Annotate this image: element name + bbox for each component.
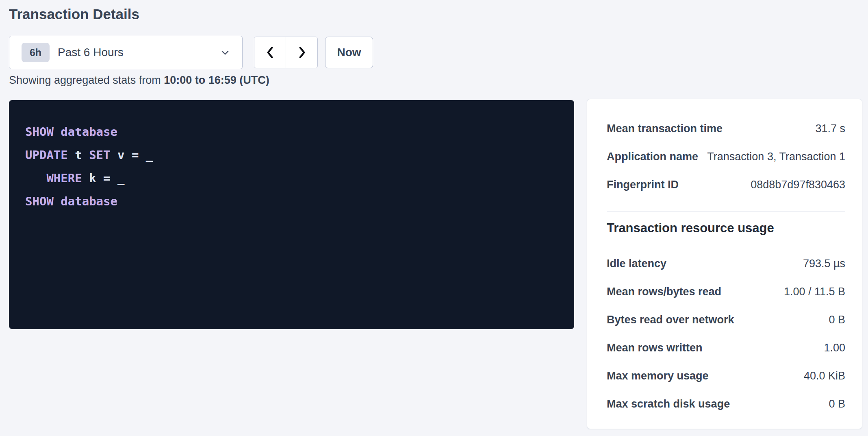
time-range-dropdown[interactable]: 6h Past 6 Hours bbox=[9, 36, 243, 69]
stat-row-fingerprint-id: Fingerprint ID 08d8b7d97f830463 bbox=[607, 171, 845, 199]
sql-line: SHOW database bbox=[25, 120, 558, 144]
stat-label: Mean rows written bbox=[607, 342, 703, 354]
time-range-label: Past 6 Hours bbox=[58, 46, 124, 59]
stat-row-mean-rows-bytes-read: Mean rows/bytes read 1.00 / 11.5 B bbox=[607, 278, 845, 306]
aggregated-stats-caption: Showing aggregated stats from 10:00 to 1… bbox=[9, 73, 269, 87]
sql-token: k = _ bbox=[82, 171, 125, 185]
time-nav-button-group bbox=[254, 37, 318, 68]
stat-row-application-name: Application name Transaction 3, Transact… bbox=[607, 143, 845, 171]
sql-line: SHOW database bbox=[25, 190, 558, 213]
sql-token: t bbox=[68, 148, 89, 162]
sql-token: SHOW database bbox=[25, 194, 117, 208]
stat-row-bytes-read-over-network: Bytes read over network 0 B bbox=[607, 306, 845, 334]
chevron-left-icon bbox=[265, 46, 276, 59]
prev-time-button[interactable] bbox=[254, 37, 286, 68]
sql-token: v = _ bbox=[111, 148, 153, 162]
caption-prefix: Showing aggregated stats from bbox=[9, 74, 164, 86]
resource-usage-heading: Transaction resource usage bbox=[607, 220, 845, 236]
stat-value: 08d8b7d97f830463 bbox=[751, 179, 845, 191]
stat-value: 1.00 bbox=[824, 342, 845, 354]
stat-label: Idle latency bbox=[607, 257, 666, 270]
sql-line: WHERE k = _ bbox=[25, 167, 558, 190]
time-range-badge: 6h bbox=[22, 43, 50, 62]
stat-value: Transaction 3, Transaction 1 bbox=[707, 150, 845, 163]
caption-time-range: 10:00 to 16:59 (UTC) bbox=[164, 74, 269, 86]
stat-label: Max memory usage bbox=[607, 370, 709, 382]
chevron-right-icon bbox=[297, 46, 307, 59]
stat-value: 0 B bbox=[829, 314, 845, 326]
stat-label: Bytes read over network bbox=[607, 314, 734, 326]
stat-row-mean-transaction-time: Mean transaction time 31.7 s bbox=[607, 115, 845, 143]
stat-label: Mean transaction time bbox=[607, 122, 723, 135]
stat-row-max-memory-usage: Max memory usage 40.0 KiB bbox=[607, 362, 845, 390]
stat-row-idle-latency: Idle latency 793.5 µs bbox=[607, 250, 845, 278]
resource-usage-rows: Idle latency 793.5 µs Mean rows/bytes re… bbox=[607, 250, 845, 418]
page-title: Transaction Details bbox=[9, 5, 139, 24]
chevron-down-icon bbox=[219, 47, 231, 58]
sql-line: UPDATE t SET v = _ bbox=[25, 144, 558, 167]
sql-token: SET bbox=[89, 148, 110, 162]
now-button[interactable]: Now bbox=[325, 37, 373, 68]
stat-label: Mean rows/bytes read bbox=[607, 286, 721, 298]
stat-row-mean-rows-written: Mean rows written 1.00 bbox=[607, 334, 845, 362]
sql-token: UPDATE bbox=[25, 148, 68, 162]
stat-value: 0 B bbox=[829, 398, 845, 410]
sql-token: SHOW database bbox=[25, 125, 117, 139]
stat-label: Application name bbox=[607, 150, 698, 163]
stat-value: 31.7 s bbox=[815, 122, 845, 135]
stat-value: 793.5 µs bbox=[803, 257, 845, 270]
stat-label: Max scratch disk usage bbox=[607, 398, 730, 410]
details-card: Mean transaction time 31.7 s Application… bbox=[587, 99, 862, 429]
sql-token: WHERE bbox=[46, 171, 82, 185]
stat-value: 1.00 / 11.5 B bbox=[784, 286, 845, 298]
card-divider bbox=[607, 211, 845, 212]
stat-value: 40.0 KiB bbox=[804, 370, 845, 382]
sql-token bbox=[25, 171, 46, 185]
time-toolbar: 6h Past 6 Hours Now bbox=[9, 36, 373, 69]
sql-statement-box: SHOW database UPDATE t SET v = _ WHERE k… bbox=[9, 100, 574, 329]
stat-label: Fingerprint ID bbox=[607, 179, 679, 191]
next-time-button[interactable] bbox=[286, 37, 317, 68]
stat-row-max-scratch-disk-usage: Max scratch disk usage 0 B bbox=[607, 390, 845, 418]
